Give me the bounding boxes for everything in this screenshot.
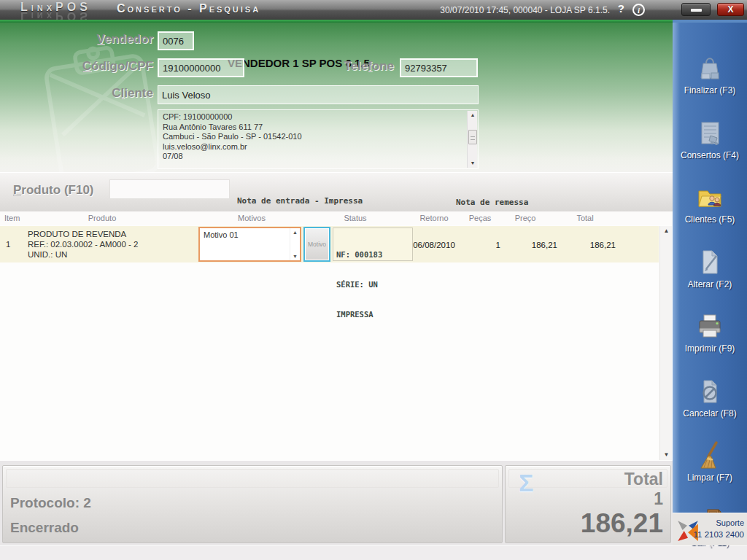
scroll-up-icon[interactable]: ▲ [660, 226, 673, 236]
produto-section: Produto (F10) Nota de entrada - Impressa… [0, 172, 673, 211]
broom-icon [693, 440, 727, 472]
clients-folder-icon [693, 182, 727, 214]
total-label: Total [624, 470, 663, 489]
printer-icon [693, 311, 727, 343]
shopping-bag-icon [693, 52, 727, 85]
column-header-retorno: Retorno [405, 214, 463, 222]
panel-band [6, 469, 499, 488]
motivos-scrollbar[interactable]: ▲ ▼ [290, 228, 300, 260]
column-header-item: Item [4, 214, 20, 222]
codigo-cpf-label: Código/CPF [7, 59, 153, 74]
cell-item: 1 [6, 240, 10, 249]
sidebar-button-label: Consertos (F4) [681, 150, 739, 160]
total-panel: Σ Total 1 186,21 [505, 465, 671, 543]
motivo-button[interactable]: Motivo [303, 227, 330, 262]
cell-retorno: 06/08/2010 [405, 241, 463, 249]
support-text: Suporte 11 2103 2400 [694, 517, 745, 540]
window-title: Conserto - Pesquisa [117, 2, 260, 15]
sidebar-button-alterar[interactable]: Alterar (F2) [673, 231, 747, 289]
sigma-icon: Σ [519, 469, 533, 497]
support-line2: 11 2103 2400 [694, 529, 745, 540]
status-text: Encerrado [10, 520, 79, 536]
protocolo-text: Protocolo: 2 [10, 495, 91, 511]
produto-label: Produto (F10) [13, 183, 94, 198]
support-line1: Suporte [694, 517, 745, 529]
cell-produto: PRODUTO DE REVENDA REF.: 02.03.0002 - AM… [28, 229, 139, 260]
scroll-down-icon[interactable]: ▼ [290, 254, 300, 259]
nota-line: Nota de entrada - Impressa [237, 196, 363, 206]
edit-document-icon [693, 246, 727, 279]
customer-form-section: Vendedor VENDEDOR 1 SP POS 6.1.5 Código/… [0, 23, 673, 172]
titlebar: LinxPOS LinxPOS Conserto - Pesquisa 30/0… [0, 0, 747, 20]
scroll-up-icon[interactable]: ▲ [468, 111, 478, 120]
sidebar: Finalizar (F3) Consertos (F4) Clientes (… [673, 23, 747, 513]
status-strip [0, 545, 747, 560]
column-header-status: Status [332, 214, 379, 222]
detail-line: Cambuci - São Paulo - SP - 01542-010 [163, 132, 465, 142]
cell-preco: 186,21 [511, 241, 557, 249]
scroll-down-icon[interactable]: ▼ [660, 450, 673, 460]
details-scrollbar[interactable]: ▲ ▼ [467, 111, 477, 168]
sidebar-button-label: Limpar (F7) [687, 472, 732, 483]
cell-total: 186,21 [569, 241, 616, 249]
detail-line: CPF: 19100000000 [163, 112, 465, 122]
sidebar-button-finalizar[interactable]: Finalizar (F3) [673, 37, 747, 96]
vendedor-label: Vendedor [7, 32, 153, 47]
total-value: 186,21 [581, 508, 663, 539]
detail-line: luis.veloso@linx.com.br [163, 142, 465, 152]
titlebar-status: 30/07/2010 17:45, 000040 - LOJA SP 6.1.5… [440, 5, 610, 15]
sidebar-button-cancelar[interactable]: Cancelar (F8) [673, 360, 747, 419]
customer-details[interactable]: CPF: 19100000000 Rua Antônio Tavares 611… [158, 109, 479, 169]
detail-line: 07/08 [163, 152, 465, 162]
telefone-input[interactable] [400, 58, 478, 77]
sidebar-button-limpar[interactable]: Limpar (F7) [673, 424, 747, 483]
produto-input[interactable] [109, 179, 230, 199]
repair-document-icon [693, 117, 727, 149]
sidebar-button-label: Finalizar (F3) [684, 85, 736, 96]
vendedor-input[interactable] [158, 31, 194, 50]
customer-details-text: CPF: 19100000000 Rua Antônio Tavares 611… [163, 112, 465, 162]
status-line: NF: 000183 [336, 250, 382, 260]
column-header-motivos: Motivos [208, 214, 295, 222]
cliente-input[interactable] [158, 85, 479, 104]
close-button[interactable]: x [717, 3, 744, 16]
status-line: SÉRIE: UN [336, 280, 382, 290]
info-icon[interactable]: i [632, 4, 645, 16]
codigo-cpf-input[interactable] [158, 58, 244, 77]
scroll-up-icon[interactable]: ▲ [290, 230, 300, 235]
table-scrollbar[interactable]: ▲ ▼ [659, 226, 672, 460]
motivos-listbox[interactable]: Motivo 01 ▲ ▼ [198, 227, 301, 262]
support-panel: Suporte 11 2103 2400 [673, 513, 747, 545]
help-icon[interactable]: ? [618, 2, 624, 15]
sidebar-button-label: Clientes (F5) [685, 214, 735, 225]
sidebar-button-label: Alterar (F2) [688, 279, 732, 289]
cliente-label: Cliente [7, 86, 153, 101]
sidebar-button-label: Imprimir (F9) [685, 343, 735, 354]
sidebar-button-label: Cancelar (F8) [683, 408, 736, 419]
minimize-button[interactable] [681, 3, 711, 16]
minimize-icon [691, 9, 702, 12]
linxpos-window: LinxPOS LinxPOS Conserto - Pesquisa 30/0… [0, 0, 747, 560]
table-row[interactable]: 1 PRODUTO DE REVENDA REF.: 02.03.0002 - … [0, 226, 659, 262]
column-header-pecas: Peças [460, 214, 500, 222]
nota-line: Nota de remessa [456, 198, 528, 208]
protocol-panel: Protocolo: 2 Encerrado [2, 465, 503, 543]
status-lines: NF: 000183 SÉRIE: UN IMPRESSA [336, 230, 382, 341]
table-body: 1 PRODUTO DE REVENDA REF.: 02.03.0002 - … [0, 225, 673, 461]
telefone-label: Telefone [248, 59, 394, 74]
app-logo-reflection: LinxPOS [20, 9, 91, 20]
cancel-document-icon [693, 376, 727, 408]
cell-pecas: 1 [474, 241, 500, 249]
table-header: Item Produto Motivos Status Retorno Peça… [0, 211, 673, 225]
sidebar-button-clientes[interactable]: Clientes (F5) [673, 166, 747, 225]
scroll-down-icon[interactable]: ▼ [468, 159, 478, 168]
produto-line: UNID.: UN [28, 249, 139, 260]
sidebar-button-imprimir[interactable]: Imprimir (F9) [673, 295, 747, 354]
column-header-preco: Preço [502, 214, 549, 222]
motivo-item[interactable]: Motivo 01 [204, 230, 239, 239]
status-box: NF: 000183 SÉRIE: UN IMPRESSA [333, 228, 413, 261]
produto-line: REF.: 02.03.0002 - AM000 - 2 [28, 239, 139, 249]
scroll-thumb[interactable] [468, 130, 477, 144]
sidebar-button-consertos[interactable]: Consertos (F4) [673, 102, 747, 160]
column-header-produto: Produto [44, 214, 160, 222]
